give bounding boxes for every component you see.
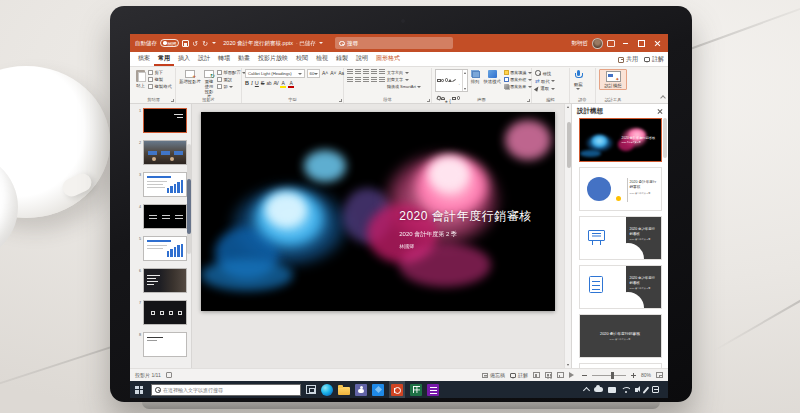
- shapes-gallery[interactable]: [435, 69, 468, 92]
- slide-canvas[interactable]: 2020 會計年度行銷審核 2020 會計年度第 2 季 林國卿: [192, 104, 564, 368]
- decrease-indent-icon[interactable]: [363, 69, 369, 74]
- action-center-icon[interactable]: [652, 386, 659, 393]
- thumbnail-scrollbar-thumb[interactable]: [187, 179, 191, 234]
- onenote-icon[interactable]: [427, 384, 439, 396]
- minimize-button[interactable]: [619, 36, 631, 50]
- bold-button[interactable]: [245, 81, 249, 87]
- slide-thumbnail-4[interactable]: [143, 204, 187, 229]
- slide-thumbnail-5[interactable]: [143, 236, 187, 261]
- paragraph-dialog-launcher[interactable]: [427, 99, 430, 102]
- undo-icon[interactable]: [192, 40, 199, 47]
- grow-font-button[interactable]: [322, 71, 328, 77]
- ribbon-display-options-icon[interactable]: [607, 40, 615, 47]
- design-panel-scrollbar[interactable]: [663, 118, 667, 158]
- slide-thumbnail-6[interactable]: [143, 268, 187, 293]
- italic-button[interactable]: [251, 81, 253, 87]
- canvas-scrollbar-thumb[interactable]: [567, 122, 571, 168]
- format-painter-button[interactable]: 複製格式: [148, 84, 172, 89]
- tab-view[interactable]: 檢視: [312, 52, 332, 66]
- shapes-scroll-down-icon[interactable]: [464, 88, 466, 90]
- tab-shape-format[interactable]: 圖形格式: [372, 52, 404, 66]
- title-caret-icon[interactable]: [319, 42, 323, 44]
- dictate-button[interactable]: 聽寫: [573, 69, 584, 91]
- character-spacing-button[interactable]: [274, 81, 279, 87]
- photos-icon[interactable]: [372, 384, 384, 396]
- onedrive-icon[interactable]: [594, 387, 603, 392]
- save-icon[interactable]: [182, 40, 189, 47]
- font-name-select[interactable]: Calibri Light (Headings): [245, 69, 305, 78]
- slide-subtitle[interactable]: 2020 會計年度第 2 季: [399, 230, 532, 239]
- find-button[interactable]: 尋找: [535, 70, 555, 76]
- close-button[interactable]: [651, 36, 663, 50]
- shape-rounded-rectangle-icon[interactable]: [441, 79, 445, 82]
- tab-slideshow[interactable]: 投影片放映: [254, 52, 292, 66]
- close-panel-icon[interactable]: [657, 109, 663, 115]
- accessibility-checker-icon[interactable]: [166, 372, 172, 378]
- statusbar-comments-button[interactable]: 註解: [510, 372, 528, 378]
- shape-effects-button[interactable]: 圖案效果: [504, 84, 532, 89]
- tab-help[interactable]: 說明: [352, 52, 372, 66]
- arrange-button[interactable]: 排列: [470, 69, 481, 85]
- slide-title[interactable]: 2020 會計年度行銷審核: [399, 208, 532, 225]
- align-left-icon[interactable]: [347, 77, 353, 82]
- powerpoint-taskbar-button[interactable]: [389, 381, 405, 398]
- justify-icon[interactable]: [371, 77, 377, 82]
- paste-button[interactable]: 貼上: [135, 69, 146, 89]
- wifi-icon[interactable]: [621, 387, 630, 393]
- tab-home[interactable]: 常用: [154, 52, 174, 66]
- task-view-icon[interactable]: [306, 385, 316, 394]
- canvas-scroll-up-icon[interactable]: [567, 106, 569, 108]
- comments-button[interactable]: 註解: [644, 55, 664, 64]
- edge-icon[interactable]: [321, 384, 333, 396]
- maximize-button[interactable]: [635, 36, 647, 50]
- share-button[interactable]: 共用: [618, 55, 638, 64]
- new-slide-button[interactable]: 新增投影片: [179, 69, 201, 85]
- redo-icon[interactable]: [202, 40, 209, 47]
- slide-thumbnail-2[interactable]: [143, 140, 187, 165]
- drawing-dialog-launcher[interactable]: [527, 99, 530, 102]
- text-shadow-button[interactable]: [266, 81, 271, 87]
- search-box[interactable]: 搜尋: [335, 37, 453, 49]
- show-hidden-icons-icon[interactable]: [583, 387, 590, 394]
- font-size-select[interactable]: 60: [307, 69, 320, 78]
- tab-animations[interactable]: 動畫: [234, 52, 254, 66]
- slide-author[interactable]: 林國卿: [399, 243, 532, 249]
- shape-rectangle-icon[interactable]: [437, 79, 441, 82]
- design-idea-2[interactable]: 2020 會計年度行銷審核 2020 會計年度第 2 季: [579, 167, 662, 211]
- clipboard-dialog-launcher[interactable]: [171, 99, 174, 102]
- saved-status[interactable]: 已儲存: [296, 40, 316, 47]
- zoom-out-button[interactable]: [582, 375, 587, 376]
- design-ideas-button[interactable]: 設計構想: [599, 69, 627, 90]
- zoom-in-button[interactable]: [631, 373, 636, 378]
- slide-thumbnail-3[interactable]: [143, 172, 187, 197]
- smartart-button[interactable]: 轉換成 SmartArt: [387, 84, 421, 89]
- start-button[interactable]: [132, 383, 146, 397]
- pen-icon[interactable]: [643, 386, 649, 393]
- select-button[interactable]: 選取: [535, 86, 555, 91]
- canvas-scroll-down-icon[interactable]: [567, 364, 569, 366]
- volume-icon[interactable]: [635, 388, 638, 392]
- avatar[interactable]: [592, 38, 603, 49]
- design-idea-3[interactable]: 2020 會計年度行銷審核 2020 會計年度第 2 季: [579, 216, 662, 260]
- file-explorer-icon[interactable]: [338, 384, 350, 396]
- slide-thumbnail-8[interactable]: [143, 332, 187, 357]
- text-direction-button[interactable]: 文字方向: [387, 70, 421, 75]
- design-idea-4[interactable]: 2020 會計年度行銷審核 2020 會計年度第 2 季: [579, 265, 662, 309]
- shapes-gallery-scrollbar[interactable]: [462, 70, 467, 91]
- normal-view-button[interactable]: [533, 372, 540, 378]
- tab-design[interactable]: 設計: [194, 52, 214, 66]
- align-right-icon[interactable]: [363, 77, 369, 82]
- tab-insert[interactable]: 插入: [174, 52, 194, 66]
- shapes-scroll-up-icon[interactable]: [464, 72, 466, 74]
- replace-button[interactable]: 取代: [535, 78, 555, 84]
- tab-file[interactable]: 檔案: [134, 52, 154, 66]
- design-idea-5[interactable]: 2020 會計年度行銷審核 2020 會計年度第 2 季: [579, 314, 662, 358]
- shrink-font-button[interactable]: [330, 71, 336, 77]
- collapse-ribbon-icon[interactable]: [660, 95, 666, 101]
- teams-icon[interactable]: [355, 384, 367, 396]
- zoom-level[interactable]: 80%: [641, 372, 651, 378]
- zoom-slider[interactable]: [592, 375, 626, 376]
- copy-button[interactable]: 複製: [148, 77, 172, 82]
- align-center-icon[interactable]: [355, 77, 361, 82]
- tab-transitions[interactable]: 轉場: [214, 52, 234, 66]
